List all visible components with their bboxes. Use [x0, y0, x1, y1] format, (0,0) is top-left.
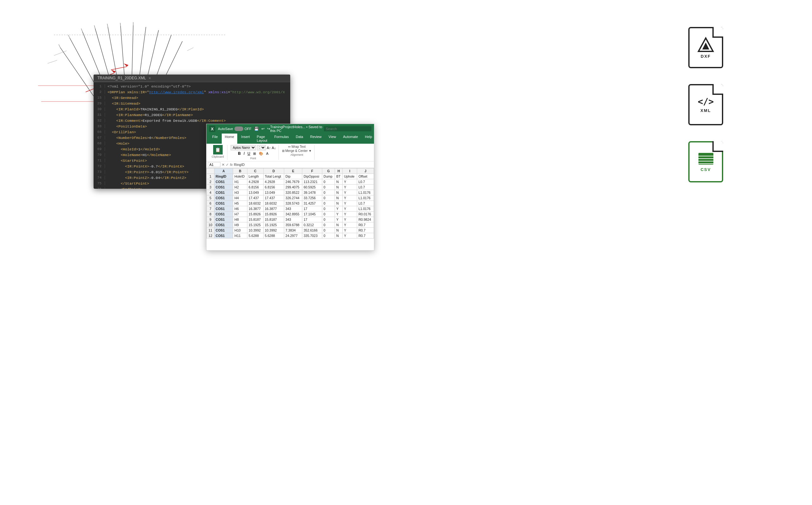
- col-header-i[interactable]: I: [343, 168, 357, 174]
- cell-cancel-icon[interactable]: ✕: [222, 163, 225, 167]
- cell-10-2[interactable]: 5.6288: [247, 233, 263, 238]
- tab-home[interactable]: Home: [222, 134, 237, 144]
- cell-10-6[interactable]: 0: [322, 233, 335, 238]
- increase-font-icon[interactable]: A↑: [267, 146, 271, 150]
- col-header-c[interactable]: C: [247, 168, 263, 174]
- font-name-select[interactable]: Aptos Narrow: [231, 145, 256, 150]
- cell-9-7[interactable]: N: [335, 228, 343, 233]
- cell-8-2[interactable]: 15.1925: [247, 222, 263, 228]
- cell-3-6[interactable]: 0: [322, 195, 335, 201]
- cell-1-8[interactable]: Y: [343, 185, 357, 190]
- cell-8-5[interactable]: 0.3212: [302, 222, 322, 228]
- cell-10-1[interactable]: H11: [233, 233, 247, 238]
- formula-fx-icon[interactable]: fx: [230, 163, 233, 167]
- merge-center-button[interactable]: ⊞ Merge & Center ▼: [282, 149, 312, 153]
- cell-1-0[interactable]: COS1: [214, 185, 233, 190]
- cell-4-0[interactable]: COS1: [214, 201, 233, 206]
- cell-5-6[interactable]: 0: [322, 206, 335, 211]
- tab-formulas[interactable]: Formulas: [271, 134, 292, 144]
- border-button[interactable]: ⊞: [252, 151, 257, 156]
- autosave-toggle[interactable]: [234, 127, 243, 131]
- col-header-j[interactable]: J: [357, 168, 374, 174]
- tab-help[interactable]: Help: [362, 134, 374, 144]
- cell-4-8[interactable]: Y: [343, 201, 357, 206]
- cell-4-5[interactable]: 31.4257: [302, 201, 322, 206]
- excel-search-input[interactable]: [324, 126, 371, 131]
- cell-8-4[interactable]: 359.6788: [284, 222, 302, 228]
- cell-0-9[interactable]: L0.7: [357, 179, 374, 185]
- tab-file[interactable]: File: [209, 134, 221, 144]
- cell-3-0[interactable]: COS1: [214, 195, 233, 201]
- cell-7-3[interactable]: 15.8187: [263, 217, 284, 222]
- col-header-g[interactable]: G: [322, 168, 335, 174]
- cell-9-3[interactable]: 10.3992: [263, 228, 284, 233]
- tab-page-layout[interactable]: Page Layout: [254, 134, 270, 144]
- col-header-h[interactable]: H: [335, 168, 343, 174]
- wrap-text-button[interactable]: ⇔ Wrap Text: [288, 145, 306, 148]
- cell-6-4[interactable]: 342.8955: [284, 211, 302, 217]
- cell-0-0[interactable]: COS1: [214, 179, 233, 185]
- cell-6-3[interactable]: 15.8926: [263, 211, 284, 217]
- header-ringid[interactable]: RingID: [214, 174, 233, 179]
- tab-data[interactable]: Data: [292, 134, 306, 144]
- cell-2-7[interactable]: N: [335, 190, 343, 195]
- cell-7-0[interactable]: COS1: [214, 217, 233, 222]
- italic-button[interactable]: I: [243, 151, 245, 156]
- cell-6-6[interactable]: 0: [322, 211, 335, 217]
- cell-0-6[interactable]: 0: [322, 179, 335, 185]
- cell-1-3[interactable]: 6.8156: [263, 185, 284, 190]
- cell-0-7[interactable]: N: [335, 179, 343, 185]
- cell-5-2[interactable]: 16.3877: [247, 206, 263, 211]
- cell-3-9[interactable]: L1.0176: [357, 195, 374, 201]
- cell-2-2[interactable]: 13.049: [247, 190, 263, 195]
- cell-9-1[interactable]: H10: [233, 228, 247, 233]
- cell-5-3[interactable]: 16.3877: [263, 206, 284, 211]
- cell-7-7[interactable]: Y: [335, 217, 343, 222]
- cell-10-3[interactable]: 5.6288: [263, 233, 284, 238]
- cell-3-8[interactable]: Y: [343, 195, 357, 201]
- cell-3-1[interactable]: H4: [233, 195, 247, 201]
- cell-7-4[interactable]: 343: [284, 217, 302, 222]
- col-header-f[interactable]: F: [302, 168, 322, 174]
- bold-button[interactable]: B: [237, 151, 242, 156]
- cell-0-1[interactable]: H1: [233, 179, 247, 185]
- cell-7-9[interactable]: R0.9824: [357, 217, 374, 222]
- cell-10-4[interactable]: 24.2977: [284, 233, 302, 238]
- cell-2-5[interactable]: 39.1478: [302, 190, 322, 195]
- cell-3-4[interactable]: 326.2744: [284, 195, 302, 201]
- cell-3-5[interactable]: 33.7256: [302, 195, 322, 201]
- cell-10-5[interactable]: 335.7023: [302, 233, 322, 238]
- cell-5-1[interactable]: H6: [233, 206, 247, 211]
- cell-6-8[interactable]: Y: [343, 211, 357, 217]
- cell-10-8[interactable]: Y: [343, 233, 357, 238]
- cell-2-6[interactable]: 0: [322, 190, 335, 195]
- cell-7-2[interactable]: 15.8187: [247, 217, 263, 222]
- cell-6-1[interactable]: H7: [233, 211, 247, 217]
- col-header-a[interactable]: A: [214, 168, 233, 174]
- cell-8-8[interactable]: Y: [343, 222, 357, 228]
- cell-2-9[interactable]: L1.0176: [357, 190, 374, 195]
- cell-2-1[interactable]: H3: [233, 190, 247, 195]
- tab-insert[interactable]: Insert: [238, 134, 253, 144]
- cell-0-3[interactable]: 4.2928: [263, 179, 284, 185]
- cell-1-1[interactable]: H2: [233, 185, 247, 190]
- cell-5-8[interactable]: Y: [343, 206, 357, 211]
- cell-1-7[interactable]: N: [335, 185, 343, 190]
- cell-1-2[interactable]: 6.8156: [247, 185, 263, 190]
- cell-9-0[interactable]: COS1: [214, 228, 233, 233]
- cell-9-5[interactable]: 352.6166: [302, 228, 322, 233]
- cell-0-5[interactable]: 113.2321: [302, 179, 322, 185]
- cell-6-5[interactable]: 17.1045: [302, 211, 322, 217]
- cell-3-3[interactable]: 17.437: [263, 195, 284, 201]
- font-size-select[interactable]: 11: [257, 145, 266, 150]
- cell-5-9[interactable]: L1.0176: [357, 206, 374, 211]
- cell-10-7[interactable]: N: [335, 233, 343, 238]
- cell-1-5[interactable]: 60.5925: [302, 185, 322, 190]
- decrease-font-icon[interactable]: A↓: [272, 146, 276, 150]
- cell-4-3[interactable]: 18.6032: [263, 201, 284, 206]
- cell-5-0[interactable]: COS1: [214, 206, 233, 211]
- cell-8-1[interactable]: H9: [233, 222, 247, 228]
- excel-save-icon[interactable]: 💾: [254, 127, 259, 131]
- cell-8-0[interactable]: COS1: [214, 222, 233, 228]
- cell-2-3[interactable]: 13.049: [263, 190, 284, 195]
